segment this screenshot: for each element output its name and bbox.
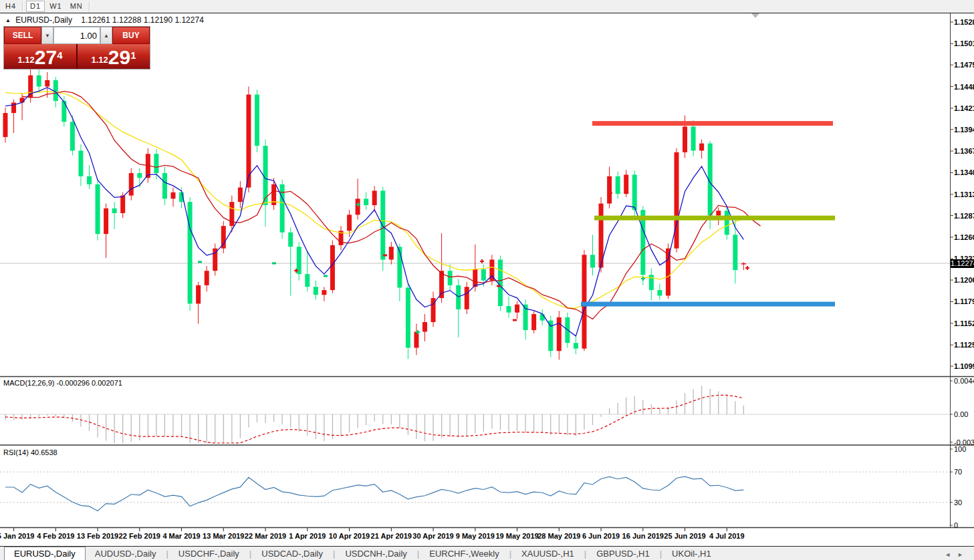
candle-body: [280, 184, 285, 233]
candle-body: [154, 154, 158, 173]
buy-price-panel[interactable]: 1.12291: [78, 44, 150, 69]
tab-scroll-left-icon[interactable]: ◄: [945, 551, 957, 558]
date-axis-label: 19 May 2019: [495, 532, 538, 540]
tab-gbpusd-h1[interactable]: GBPUSD-,H1: [587, 547, 658, 560]
collapse-panel-icon[interactable]: ▲: [5, 17, 11, 23]
marker-icon: [383, 255, 387, 257]
tab-eurchf-weekly[interactable]: EURCHF-,Weekly: [420, 547, 509, 560]
price-axis-label: 1.15285: [954, 18, 974, 26]
sell-price-panel[interactable]: 1.12274: [4, 44, 78, 69]
candle-body: [28, 76, 33, 98]
candle-body: [330, 245, 335, 290]
candle-body: [347, 215, 352, 231]
candle-body: [104, 208, 108, 234]
chart-title: ▲ EURUSD-,Daily 1.12261 1.12288 1.12190 …: [5, 15, 204, 25]
tab-scroll-right-icon[interactable]: ►: [957, 551, 970, 558]
tab-eurusd-daily[interactable]: EURUSD-,Daily: [4, 547, 86, 560]
candle-body: [456, 285, 461, 309]
tab-ukoil-h1[interactable]: UKOil-,H1: [662, 547, 721, 560]
date-axis-label: 10 Apr 2019: [329, 532, 370, 540]
candle-body: [297, 247, 301, 274]
candle-body: [515, 305, 519, 313]
price-axis-label: 1.14480: [954, 83, 974, 91]
candle-body: [691, 126, 696, 150]
candle-body: [422, 322, 427, 331]
candle-body: [582, 255, 586, 348]
candle-body: [507, 306, 511, 313]
tab-scroll-arrows: ◄►: [945, 551, 970, 558]
candle-body: [53, 80, 58, 101]
price-axis-label: 1.11525: [954, 319, 974, 327]
price-axis-label: 1.12870: [954, 212, 974, 220]
candle-body: [716, 211, 721, 215]
candle-body: [380, 190, 385, 259]
candle-body: [465, 287, 469, 309]
one-click-trading-panel: SELL ▼ ▲ BUY 1.12274 1.12291: [3, 26, 150, 69]
tab-usdcad-daily[interactable]: USDCAD-,Daily: [252, 547, 332, 560]
candle-body: [78, 150, 83, 176]
candle-body: [120, 196, 125, 213]
buy-price-pips: 29: [108, 46, 130, 69]
date-axis-label: 6 Jun 2019: [582, 532, 620, 540]
rsi-axis-label: 70: [954, 468, 962, 476]
candle-body: [305, 274, 310, 287]
price-axis-label: 1.13945: [954, 126, 974, 134]
candle-body: [439, 271, 444, 298]
candle-body: [188, 202, 193, 303]
candle-body: [364, 198, 368, 205]
date-axis-label: 9 May 2019: [456, 532, 495, 540]
candle-body: [96, 184, 100, 234]
volume-input[interactable]: [53, 27, 100, 44]
candle-body: [531, 314, 536, 330]
candle-body: [540, 314, 545, 321]
candle-body: [238, 188, 243, 202]
candle-body: [557, 317, 562, 351]
candle-body: [632, 174, 637, 210]
candle-body: [171, 192, 176, 199]
price-axis-label: 1.13675: [954, 147, 974, 155]
candle-body: [607, 176, 612, 204]
ohlc-values: 1.12261 1.12288 1.12190 1.12274: [81, 15, 204, 25]
price-axis-label: 1.11795: [954, 297, 974, 305]
candle-body: [62, 101, 66, 122]
chart-canvas[interactable]: [0, 0, 974, 560]
date-axis-label: 21 Apr 2019: [371, 532, 412, 540]
candle-body: [3, 113, 8, 137]
candle-body: [129, 173, 134, 196]
candle-body: [699, 144, 704, 151]
tab-xauusd-h1[interactable]: XAUUSD-,H1: [512, 547, 584, 560]
chart-shift-icon: [751, 13, 759, 18]
date-axis-label: 4 Jul 2019: [709, 532, 745, 540]
date-axis-label: 22 Feb 2019: [119, 532, 160, 540]
tab-usdchf-daily[interactable]: USDCHF-,Daily: [169, 547, 249, 560]
macd-axis-label: 0.004465: [954, 377, 974, 385]
candle-body: [322, 290, 326, 295]
buy-price-prefix: 1.12: [91, 55, 108, 65]
volume-decrease-button[interactable]: ▼: [41, 27, 53, 44]
level-line-mid-support: [594, 216, 835, 221]
tab-usdcnh-daily[interactable]: USDCNH-,Daily: [336, 547, 416, 560]
rsi-axis-label: 30: [954, 499, 962, 507]
volume-increase-button[interactable]: ▲: [100, 27, 112, 44]
candle-body: [657, 290, 662, 295]
level-line-resistance: [592, 121, 833, 126]
sell-price-point: 4: [57, 49, 62, 61]
caret-down-icon: ▼: [45, 33, 50, 39]
buy-button[interactable]: BUY: [112, 27, 150, 44]
candle-body: [473, 269, 477, 287]
marker-icon: [497, 285, 501, 287]
metatrader-window: { "toolbar": { "buttons": [ {"label": "H…: [0, 0, 974, 560]
candle-body: [356, 198, 360, 215]
macd-indicator-label: MACD(12,26,9) -0.000296 0.002071: [3, 379, 122, 387]
price-axis-label: 1.15015: [954, 39, 974, 47]
candle-body: [314, 287, 318, 295]
date-axis-label: 30 Apr 2019: [412, 532, 453, 540]
price-axis-label: 1.13135: [954, 190, 974, 198]
tab-audusd-daily[interactable]: AUDUSD-,Daily: [86, 547, 166, 560]
candle-body: [481, 269, 486, 281]
candle-body: [741, 263, 746, 265]
date-axis-label: 25 Jan 2019: [0, 532, 34, 540]
candle-body: [683, 126, 687, 152]
candle-body: [733, 235, 737, 270]
sell-button[interactable]: SELL: [4, 27, 41, 44]
